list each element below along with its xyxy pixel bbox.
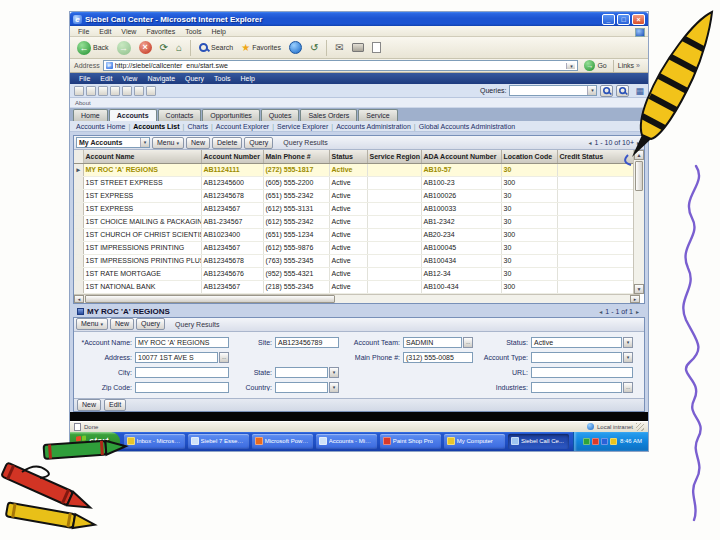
tab-accounts[interactable]: Accounts [109,109,157,121]
taskbar-button-paint-shop-pro[interactable]: Paint Shop Pro [380,434,441,449]
menu-help[interactable]: Help [207,28,231,35]
field-input-account-type[interactable] [531,352,622,363]
pick-icon[interactable]: ... [219,352,229,363]
dropdown-icon[interactable]: ▾ [329,382,339,393]
subnav-account-explorer[interactable]: Account Explorer [216,123,269,130]
subnav-global-accounts-administration[interactable]: Global Accounts Administration [419,123,516,130]
column-header-service-region[interactable]: Service Region [367,150,421,163]
column-header-account-name[interactable]: Account Name [83,150,201,163]
siebel-toolbar-icon-3[interactable] [98,86,108,96]
toolbar-refresh-button[interactable]: ⟳ [157,41,171,55]
toolbar-stop-button[interactable]: × [136,41,155,54]
toolbar-back-button[interactable]: ←Back [74,41,112,55]
taskbar-button-microsoft-powe[interactable]: Microsoft Powe... [252,434,313,449]
toolbar-edit-button[interactable] [369,42,384,53]
menu-file[interactable]: File [73,28,94,35]
list-new-button[interactable]: New [186,137,210,149]
horizontal-scroll-track[interactable] [336,295,630,303]
subnav-accounts-administration[interactable]: Accounts Administration [336,123,411,130]
siebel-menu-tools[interactable]: Tools [209,75,235,82]
siebel-menu-edit[interactable]: Edit [95,75,117,82]
taskbar-button-siebel-7-essent[interactable]: Siebel 7 Essent... [188,434,249,449]
account-row[interactable]: ▸MY ROC 'A' REGIONSAB1124111(272) 555-18… [74,163,640,176]
dropdown-icon[interactable]: ▾ [623,352,633,363]
queries-dropdown[interactable]: ▾ [509,85,597,96]
address-dropdown-icon[interactable]: ▾ [566,63,575,69]
account-row[interactable]: 1ST NATIONAL BANKAB1234567(218) 555-2345… [74,280,640,293]
field-input-account-name[interactable]: MY ROC 'A' REGIONS [135,337,229,348]
column-header-ada-account-number[interactable]: ADA Account Number [421,150,501,163]
form-menu-button[interactable]: Menu ▾ [76,318,108,330]
taskbar-button-my-computer[interactable]: My Computer [444,434,505,449]
vertical-scrollbar[interactable]: ▲ ▼ [633,150,644,294]
siebel-toolbar-icon-6[interactable] [134,86,144,96]
field-input-account-team[interactable]: SADMIN [403,337,462,348]
list-delete-button[interactable]: Delete [212,137,242,149]
minimize-button[interactable]: _ [602,14,615,25]
menu-view[interactable]: View [116,28,141,35]
taskbar-button-accounts-micr[interactable]: Accounts - Micr... [316,434,377,449]
account-row[interactable]: 1ST EXPRESSAB1234567(612) 555-3131Active… [74,202,640,215]
siebel-menu-query[interactable]: Query [180,75,209,82]
siebel-toolbar-icon-4[interactable] [110,86,120,96]
dropdown-icon[interactable]: ▾ [329,367,339,378]
next-record-icon[interactable]: ▸ [636,308,639,315]
siebel-menu-view[interactable]: View [117,75,142,82]
previous-records-icon[interactable]: ◂ [588,139,591,146]
column-header-main-phone[interactable]: Main Phone # [263,150,329,163]
tab-opportunities[interactable]: Opportunities [202,109,260,121]
field-input-site[interactable]: AB123456789 [275,337,339,348]
horizontal-scroll-thumb[interactable] [85,295,335,303]
field-input-address[interactable]: 10077 1ST AVE S [135,352,218,363]
account-row[interactable]: 1ST IMPRESSIONS PRINTING PLUSAB12345678(… [74,254,640,267]
account-row[interactable]: 1ST STREET EXPRESSAB12345600(605) 555-22… [74,176,640,189]
account-row[interactable]: 1ST IMPRESSIONS PRINTINGAB1234567(612) 5… [74,241,640,254]
visibility-dropdown[interactable]: My Accounts ▾ [76,137,150,148]
scroll-down-icon[interactable]: ▼ [634,284,644,294]
execute-query-button[interactable] [600,85,613,97]
vertical-scroll-track[interactable] [634,192,644,284]
footer-new-button[interactable]: New [77,399,101,411]
menu-favorites[interactable]: Favorites [141,28,180,35]
scroll-left-icon[interactable]: ◂ [74,295,84,303]
scroll-right-icon[interactable]: ▸ [630,295,640,303]
field-input-city[interactable] [135,367,229,378]
toolbar-forward-button[interactable]: → [114,41,134,55]
pick-icon[interactable]: ... [623,382,633,393]
column-header-status[interactable]: Status [329,150,367,163]
account-row[interactable]: 1ST EXPRESSAB12345678(651) 555-2342Activ… [74,189,640,202]
siebel-toolbar-icon-1[interactable] [74,86,84,96]
tab-contacts[interactable]: Contacts [158,109,202,121]
queries-dropdown-icon[interactable]: ▾ [587,86,596,95]
siebel-menu-help[interactable]: Help [235,75,259,82]
taskbar-button-siebel-call-ce[interactable]: Siebel Call Ce... [508,434,569,449]
tray-icon-1[interactable] [583,438,590,445]
siebel-menu-navigate[interactable]: Navigate [142,75,180,82]
resize-grip[interactable] [636,423,644,431]
pick-icon[interactable]: ... [463,337,473,348]
account-row[interactable]: 1ST RATE MORTGAGEAB12345676(952) 555-432… [74,267,640,280]
field-input-status[interactable]: Active [531,337,622,348]
account-row[interactable]: 1ST CHURCH OF CHRIST SCIENTISTAB1023400(… [74,228,640,241]
tab-home[interactable]: Home [73,109,108,121]
previous-record-icon[interactable]: ◂ [599,308,602,315]
thread-label[interactable]: About [75,100,91,106]
field-input-zip-code[interactable] [135,382,229,393]
field-input-industries[interactable] [531,382,622,393]
tray-icon-2[interactable] [592,438,599,445]
field-input-country[interactable] [275,382,328,393]
toolbar-home-button[interactable]: ⌂ [173,41,185,55]
siebel-toolbar-icon-5[interactable] [122,86,132,96]
toolbar-favorites-button[interactable]: ★Favorites [238,41,284,55]
toolbar-print-button[interactable] [349,43,367,52]
subnav-charts[interactable]: Charts [187,123,208,130]
subnav-service-explorer[interactable]: Service Explorer [277,123,328,130]
form-query-button[interactable]: Query [136,318,165,330]
account-row[interactable]: 1ST CHOICE MAILING & PACKAGINGAB1-234567… [74,215,640,228]
address-input[interactable]: e http://siebel/callcenter_enu/start.swe… [103,60,579,71]
dropdown-icon[interactable]: ▾ [623,337,633,348]
toolbar-mail-button[interactable]: ✉ [332,41,346,55]
toolbar-search-button[interactable]: Search [196,43,236,53]
tab-quotes[interactable]: Quotes [261,109,300,121]
subnav-accounts-list[interactable]: Accounts List [133,123,179,130]
